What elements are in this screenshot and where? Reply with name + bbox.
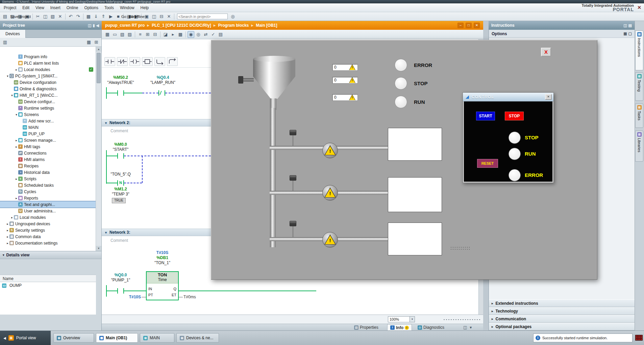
float-panel-icon[interactable]: ◫	[463, 325, 467, 330]
menu-project[interactable]: Project	[1, 3, 19, 12]
tree-item-reports[interactable]: ▸▤Reports	[0, 195, 96, 201]
auto-collapse-icon[interactable]: ▮	[93, 23, 95, 28]
ton-timer-block[interactable]: TON Time IN PT Q ET	[146, 271, 179, 300]
menu-tools[interactable]: Tools	[101, 3, 117, 12]
expand-networks-icon[interactable]: ⊞	[144, 31, 151, 38]
expand-arrow-icon[interactable]: ▸	[15, 197, 18, 200]
operand-name[interactable]: "LAMP_RUN"	[146, 80, 180, 85]
tree-item-security-settings[interactable]: ▸SSecurity settings	[0, 227, 96, 233]
operand-address[interactable]: %M50.2	[104, 75, 138, 80]
no-contact-icon[interactable]	[104, 57, 115, 66]
menu-online[interactable]: Online	[64, 3, 81, 12]
scroll-thumb[interactable]	[97, 53, 101, 83]
operand-address[interactable]: %M1.2	[104, 187, 138, 191]
operand-name[interactable]: "TEMP 3"	[104, 192, 138, 197]
monitoring-icon[interactable]: ◉	[188, 31, 194, 38]
operand-name[interactable]: "TON_5".Q	[104, 172, 138, 177]
float-panel-icon[interactable]: ◫	[623, 23, 627, 28]
section-extended-instructions[interactable]: ▸Extended instructions	[489, 299, 635, 307]
details-view-header[interactable]: ▾ Details view	[0, 251, 101, 259]
tree-item-pc-system-1-simat[interactable]: ▾▢PC-System_1 [SIMAT...	[0, 73, 96, 79]
pin-in[interactable]: IN	[148, 287, 152, 291]
show-comments-icon[interactable]: ≡	[137, 31, 144, 38]
expand-arrow-icon[interactable]: ▸	[15, 139, 18, 142]
upload-from-device-icon[interactable]: ⇑	[100, 13, 107, 20]
scroll-down-icon[interactable]: ▼	[96, 246, 101, 251]
details-row[interactable]: ▭OUMP	[0, 282, 96, 289]
split-editor-vertical-icon[interactable]: ◫	[151, 13, 157, 20]
section-communication[interactable]: ▸Communication	[489, 315, 635, 323]
no-contact-symbol[interactable]	[117, 288, 124, 294]
negated-coil-symbol[interactable]: /	[158, 90, 165, 96]
absolute-operands-icon[interactable]: ▩	[177, 31, 184, 38]
scroll-up-icon[interactable]: ▲	[96, 47, 101, 52]
operand-address[interactable]: %Q0.0	[104, 273, 138, 277]
collapse-arrow-icon[interactable]: ▾	[105, 231, 107, 234]
expand-arrow-icon[interactable]: ▸	[6, 229, 9, 232]
tree-item-documentation-settings[interactable]: ▸▤Documentation settings	[0, 240, 96, 246]
tree-item-online-diagnostics[interactable]: ◉Online & diagnostics	[0, 86, 96, 92]
menu-edit[interactable]: Edit	[19, 3, 32, 12]
no-contact-symbol[interactable]	[117, 90, 124, 96]
tree-item-scripts[interactable]: ▸sScripts	[0, 176, 96, 182]
paste-icon[interactable]: ▧	[49, 13, 56, 20]
go-offline-icon[interactable]: ◧Go offline	[133, 13, 140, 20]
breadcrumb-item[interactable]: pupup_csren RT pro	[105, 23, 145, 28]
section-optional-packages[interactable]: ▸Optional packages	[489, 323, 635, 330]
operand-name[interactable]: "PUMP_1"	[104, 278, 138, 282]
timer-preset[interactable]: T#10S	[146, 250, 179, 255]
maximize-icon[interactable]: □	[466, 23, 472, 28]
search-input[interactable]	[177, 14, 228, 19]
download-to-device-icon[interactable]: ⇓	[93, 13, 99, 20]
expand-arrow-icon[interactable]: ▸	[6, 235, 9, 238]
pin-et[interactable]: ET	[172, 293, 176, 297]
expand-arrow-icon[interactable]: ▸	[15, 177, 18, 181]
binoculars-icon[interactable]: ◎	[229, 13, 236, 20]
collapse-arrow-icon[interactable]: ▾	[105, 121, 107, 125]
close-branch-icon[interactable]	[167, 57, 178, 66]
insert-network-icon[interactable]: ▦	[104, 31, 111, 38]
breadcrumb-item[interactable]: Program blocks	[218, 23, 249, 28]
tree-item-connections[interactable]: ⇄Connections	[0, 150, 96, 156]
undo-icon[interactable]: ↶	[67, 13, 74, 20]
open-branch-icon[interactable]	[154, 57, 165, 66]
tree-item-recipes[interactable]: ▥Recipes	[0, 163, 96, 169]
dropdown-arrow-icon[interactable]: ▾	[410, 317, 415, 322]
menu-help[interactable]: Help	[138, 3, 152, 12]
device-view-icon[interactable]: ▥	[2, 39, 8, 46]
menu-options[interactable]: Options	[81, 3, 101, 12]
breadcrumb-item[interactable]: Main [OB1]	[256, 23, 277, 28]
tree-item-plc-alarm-text-lists[interactable]: ▤PLC alarm text lists	[0, 60, 96, 66]
inspector-window-buttons[interactable]: ◫ ▾	[461, 324, 474, 331]
tab-info[interactable]: i Info !	[387, 324, 412, 331]
tree-item-ungrouped-devices[interactable]: ▸▦Ungrouped devices	[0, 221, 96, 227]
portal-view-button[interactable]: ◀ ▦ Portal view	[0, 331, 51, 345]
editor-settings-icon[interactable]: ▤	[217, 31, 224, 38]
side-tab-testing[interactable]: ▦Testing	[635, 72, 643, 101]
collapse-arrow-icon[interactable]: ▾	[6, 74, 9, 78]
tree-item-device-configuration[interactable]: ▭Device configuration	[0, 79, 96, 86]
tree-scrollbar[interactable]: ▲ ▼	[96, 47, 101, 251]
sync-icon[interactable]: ⇄	[202, 31, 209, 38]
column-settings-icon[interactable]: ▦	[85, 39, 92, 46]
network-3-comment[interactable]: Comment	[110, 238, 178, 243]
details-name-header[interactable]: Name	[0, 275, 96, 282]
n-edge-contact-symbol[interactable]: N	[117, 180, 124, 186]
minimize-icon[interactable]: –	[457, 23, 464, 28]
stop-simulation-icon[interactable]: ■	[115, 13, 122, 20]
tree-item-local-modules[interactable]: ▸▦Local modules✓	[0, 66, 96, 73]
zoom-select[interactable]: 100% ▾	[388, 316, 415, 322]
split-editor-horizontal-icon[interactable]: ⊟	[158, 13, 165, 20]
consistency-check-icon[interactable]: ✓	[210, 31, 217, 38]
expand-arrow-icon[interactable]: ▸	[15, 145, 18, 148]
reset-button[interactable]: RESET	[477, 159, 498, 168]
tree-item-main[interactable]: ▭MAIN	[0, 124, 96, 131]
tree-item-user-administra[interactable]: UUser administra...	[0, 208, 96, 214]
pin-q[interactable]: Q	[173, 287, 176, 291]
tree-item-hmi-alarms[interactable]: !HMI alarms	[0, 156, 96, 163]
collapse-left-icon[interactable]: ◀	[96, 23, 99, 28]
tree-item-hmi-tags[interactable]: ▸#HMI tags	[0, 143, 96, 150]
favorites-icon[interactable]: ◪	[162, 31, 169, 38]
menu-view[interactable]: View	[32, 3, 47, 12]
close-branch-icon[interactable]: ▨	[126, 31, 133, 38]
